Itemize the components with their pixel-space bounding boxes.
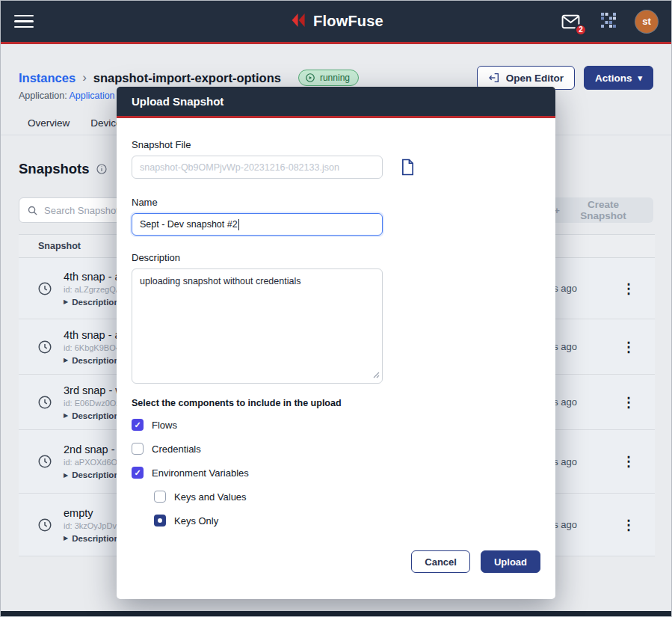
description-expander[interactable]: ▶ Description [64,534,123,543]
environment-variables-label: Environment Variables [152,467,249,479]
snapshot-id: id: 6KbgK9BO4a [64,343,125,352]
status-badge: running [298,70,359,86]
description-label: Description [72,298,119,307]
running-icon [305,73,315,83]
description-label: Description [72,356,119,365]
cancel-button[interactable]: Cancel [411,550,470,573]
search-icon [27,205,38,216]
check-icon: ✓ [134,468,141,478]
breadcrumb-instances-link[interactable]: Instances [19,71,75,85]
open-editor-icon [488,72,500,84]
name-label: Name [132,197,540,208]
info-icon[interactable] [96,163,108,175]
snapshot-name: 3rd snap - w [64,384,125,396]
clock-icon [37,339,53,355]
kebab-menu-icon[interactable]: ⋮ [617,394,640,411]
snapshot-id: id: 3kzOyJpDvM [64,521,123,530]
dialog-title: Upload Snapshot [132,95,224,108]
snapshot-file-label: Snapshot File [132,139,540,150]
snapshots-title: Snapshots [19,161,90,177]
keys-only-label: Keys Only [174,515,218,527]
user-avatar[interactable]: st [635,10,658,33]
flows-label: Flows [152,420,177,431]
kebab-menu-icon[interactable]: ⋮ [617,517,640,533]
bottom-edge [1,611,671,616]
clock-icon [37,394,53,411]
column-snapshot: Snapshot [38,241,81,251]
name-input[interactable]: Sept - Dev snapshot #2 [132,213,383,236]
clock-icon [37,280,53,297]
application-label: Application: [19,90,67,101]
credentials-label: Credentials [152,443,201,455]
description-label: Description [72,470,119,479]
page-title: snapshot-import-export-options [93,71,281,85]
brand-name: FlowFuse [313,13,383,30]
apps-grid-icon [599,11,617,32]
create-snapshot-button[interactable]: + Create Snapshot [542,197,653,223]
caret-right-icon: ▶ [64,412,68,419]
dialog-footer: Cancel Upload [132,550,540,573]
apps-grid-button[interactable] [599,11,617,32]
brand-logo[interactable]: FlowFuse [289,11,383,32]
credentials-checkbox[interactable] [132,443,144,455]
create-snapshot-label: Create Snapshot [565,199,641,221]
open-editor-label: Open Editor [506,73,564,84]
option-keys-only[interactable]: Keys Only [154,515,540,527]
snapshot-name: 4th snap - a [64,271,121,283]
snapshots-section-header: Snapshots [19,161,108,177]
description-label: Description [72,534,119,543]
upload-button[interactable]: Upload [481,550,540,573]
snapshot-id: id: E06Dwz0Oxp [64,399,125,408]
caret-right-icon: ▶ [64,298,68,305]
caret-right-icon: ▶ [64,472,68,479]
actions-label: Actions [595,73,632,84]
description-label: Description [72,411,119,420]
keys-and-values-radio[interactable] [154,491,166,503]
description-expander[interactable]: ▶ Description [64,411,125,420]
breadcrumb: Instances › snapshot-import-export-optio… [19,70,359,86]
name-value: Sept - Dev snapshot #2 [140,219,238,230]
kebab-menu-icon[interactable]: ⋮ [617,280,640,297]
description-expander[interactable]: ▶ Description [64,356,125,365]
keys-and-values-label: Keys and Values [174,491,247,503]
option-keys-and-values[interactable]: Keys and Values [154,491,540,503]
text-caret [238,219,239,230]
clock-icon [37,517,53,533]
caret-right-icon: ▶ [64,535,68,541]
environment-variables-checkbox[interactable]: ✓ [132,467,144,479]
app-window: FlowFuse 2 [0,0,672,617]
snapshot-id: id: aLZgrzegQA [64,285,121,294]
check-icon: ✓ [134,420,141,430]
flowfuse-logo-icon [289,11,306,32]
description-label: Description [132,252,540,263]
file-document-icon [401,159,415,176]
snapshot-name: empty [64,507,123,519]
top-navbar: FlowFuse 2 [1,1,671,44]
status-badge-label: running [320,73,350,83]
kebab-menu-icon[interactable]: ⋮ [617,339,640,355]
tab-overview[interactable]: Overview [28,117,70,129]
choose-file-button[interactable] [401,159,415,176]
caret-right-icon: ▶ [64,357,68,363]
actions-dropdown-button[interactable]: Actions ▾ [584,66,653,90]
application-row: Application: Application [19,90,115,101]
option-credentials[interactable]: Credentials [132,443,540,455]
upload-snapshot-dialog: Upload Snapshot Snapshot File Name Sept … [117,87,555,599]
keys-only-radio[interactable] [154,515,166,527]
description-textarea[interactable]: uploading snapshot without credentials [132,268,383,384]
description-expander[interactable]: ▶ Description [64,298,121,307]
notification-count-badge: 2 [575,24,587,36]
option-flows[interactable]: ✓ Flows [132,419,540,431]
breadcrumb-separator: › [82,70,87,85]
dialog-header: Upload Snapshot [117,87,555,118]
components-heading: Select the components to include in the … [132,398,540,408]
hamburger-menu-icon[interactable] [14,15,34,28]
option-environment-variables[interactable]: ✓ Environment Variables [132,467,540,479]
flows-checkbox[interactable]: ✓ [132,419,144,431]
kebab-menu-icon[interactable]: ⋮ [617,453,640,470]
snapshot-file-input [132,156,383,179]
clock-icon [37,453,53,470]
notifications-button[interactable]: 2 [561,13,582,31]
application-link[interactable]: Application [69,90,114,101]
chevron-down-icon: ▾ [638,73,642,83]
